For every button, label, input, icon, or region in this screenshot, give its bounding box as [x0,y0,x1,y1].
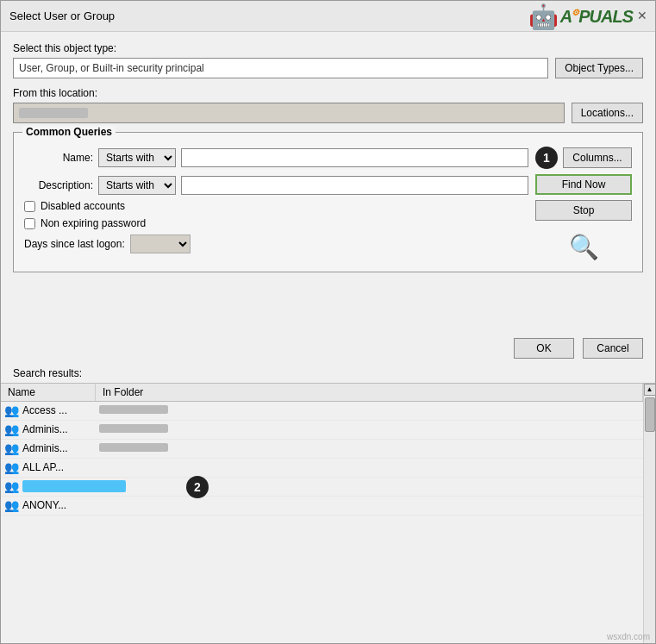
result-name-cell: 👥 Adminis... [1,422,96,436]
result-name: ALL AP... [22,461,64,473]
logo-robot-icon: 🤖 [528,3,559,31]
disabled-accounts-checkbox[interactable] [24,201,35,212]
watermark: wsxdn.com [607,632,650,641]
description-query-row: Description: Starts with [24,176,528,195]
user-group-icon: 👥 [4,422,19,436]
title-bar-left: Select User or Group [9,9,115,22]
result-name-cell: 👥 [1,479,173,493]
badge-1: 1 [535,147,558,169]
days-since-logon-label: Days since last logon: [24,238,125,250]
days-since-logon-row: Days since last logon: [24,234,528,253]
user-group-icon: 👥 [4,460,19,474]
location-label: From this location: [13,87,643,99]
name-query-row: Name: Starts with [24,148,528,167]
columns-button[interactable]: Columns... [563,147,632,168]
result-name: Adminis... [22,442,68,454]
search-magnifier-icon: 🔍 [569,233,599,261]
non-expiring-row: Non expiring password [24,217,528,229]
search-results-section: Search results: Name In Folder 👥 Access … [1,364,655,644]
badge-2: 2 [186,476,209,498]
days-since-logon-dropdown[interactable] [130,234,191,253]
location-section: From this location: Columns... Locations… [13,87,643,123]
result-folder-cell [96,442,655,454]
logo-area: 🤖 A⚙PUALS [528,3,633,31]
object-type-label: Select this object type: [13,42,643,54]
common-queries-legend: Common Queries [22,126,116,138]
results-rows: 👥 Access ... 👥 Adminis... [1,402,655,535]
user-group-icon: 👥 [4,479,19,493]
result-name-cell: 👥 ALL AP... [1,460,96,474]
common-queries-box: Common Queries Name: Starts with Descrip… [13,132,643,272]
description-query-input[interactable] [181,176,528,195]
location-row: Columns... Locations... [13,103,643,123]
table-row[interactable]: 👥 Access ... [1,402,655,421]
results-header: Name In Folder [1,384,655,402]
result-name [22,480,126,492]
description-query-label: Description: [24,179,93,191]
table-row[interactable]: 👥 2 [1,478,655,497]
object-type-input[interactable] [13,58,548,78]
stop-button[interactable]: Stop [535,200,632,221]
result-name-cell: 👥 Access ... [1,403,96,417]
scrollbar-thumb[interactable] [645,397,655,432]
result-name: Access ... [22,404,67,416]
columns-row: 1 Columns... [535,147,632,169]
queries-right-buttons: 1 Columns... Find Now Stop 🔍 [528,140,632,261]
result-name-cell: 👥 Adminis... [1,441,96,455]
table-row[interactable]: 👥 Adminis... [1,421,655,440]
scrollbar[interactable]: ▲ [643,384,655,644]
non-expiring-label: Non expiring password [41,217,146,229]
result-name-cell: 👥 ANONY... [1,498,96,512]
result-folder-cell [96,404,655,416]
disabled-accounts-row: Disabled accounts [24,200,528,212]
user-group-icon: 👥 [4,441,19,455]
title-bar: Select User or Group 🤖 A⚙PUALS ✕ [1,1,655,32]
result-folder-cell [96,423,655,435]
object-types-button[interactable]: Object Types... [555,58,643,78]
queries-and-buttons: Name: Starts with Description: Starts wi… [24,140,632,261]
search-icon-area: 🔍 [535,233,632,261]
cancel-button[interactable]: Cancel [583,338,643,359]
dialog-window: Select User or Group 🤖 A⚙PUALS ✕ Select … [0,0,656,644]
user-group-icon: 👥 [4,498,19,512]
location-input[interactable] [13,103,565,123]
table-row[interactable]: 👥 Adminis... [1,440,655,459]
name-query-label: Name: [24,152,93,164]
locations-btn[interactable]: Locations... [572,103,643,123]
user-group-icon: 👥 [4,403,19,417]
result-name: ANONY... [22,499,66,511]
results-table: Name In Folder 👥 Access ... [1,383,655,644]
col-name-header[interactable]: Name [1,384,96,401]
object-type-row: Object Types... [13,58,643,78]
disabled-accounts-label: Disabled accounts [41,200,125,212]
name-query-input[interactable] [181,148,528,167]
logo-text: A⚙PUALS [560,7,633,27]
find-now-button[interactable]: Find Now [535,174,632,195]
name-starts-with-dropdown[interactable]: Starts with [98,148,176,167]
object-type-section: Select this object type: Object Types... [13,42,643,78]
close-button[interactable]: ✕ [634,8,650,23]
dialog-body: Select this object type: Object Types...… [1,32,655,333]
search-results-label: Search results: [1,364,655,383]
dialog-title: Select User or Group [9,9,115,22]
table-row[interactable]: 👥 ALL AP... [1,459,655,478]
result-name: Adminis... [22,423,68,435]
non-expiring-checkbox[interactable] [24,218,35,229]
ok-button[interactable]: OK [514,338,574,359]
queries-left: Name: Starts with Description: Starts wi… [24,140,528,261]
col-folder-header[interactable]: In Folder [96,384,643,401]
ok-cancel-row: OK Cancel [1,333,655,364]
description-starts-with-dropdown[interactable]: Starts with [98,176,176,195]
table-row[interactable]: 👥 ANONY... [1,497,655,516]
scroll-up-button[interactable]: ▲ [644,384,656,396]
